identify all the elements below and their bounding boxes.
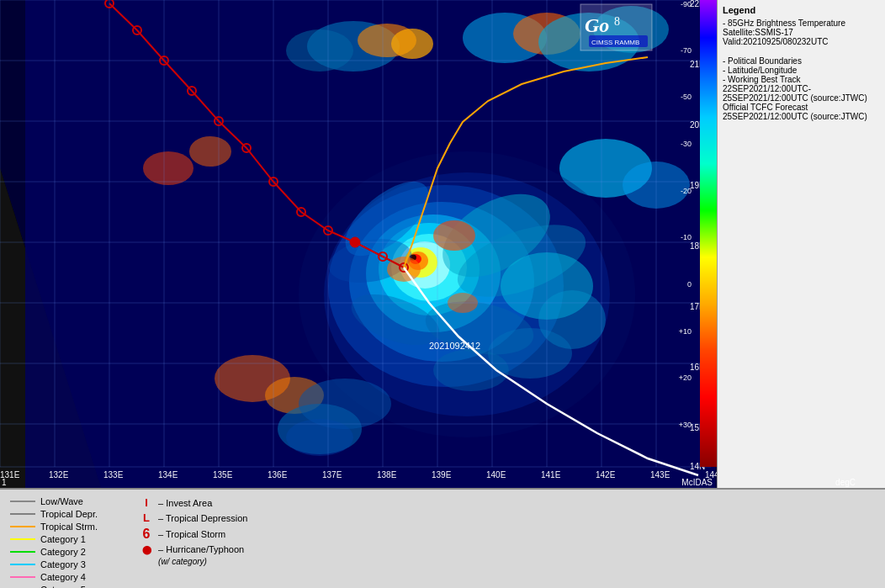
legend-tropical-storm-symbol: 6 – Tropical Storm	[140, 527, 247, 542]
label-30: -30	[681, 140, 692, 148]
track-type-legend: Low/Wave Tropical Depr. Tropical Strm. C…	[10, 496, 98, 588]
tropical-depr-label: Tropical Depr.	[40, 509, 98, 519]
svg-text:141E: 141E	[541, 470, 561, 479]
label-10: -10	[681, 233, 692, 241]
svg-text:2021092412: 2021092412	[429, 341, 480, 351]
cat5-label: Category 5	[40, 585, 86, 588]
cat4-label: Category 4	[40, 572, 86, 582]
label-plus30: +30	[679, 421, 692, 429]
cat3-label: Category 3	[40, 559, 86, 569]
tropical-depression-symbol: L	[140, 511, 153, 524]
svg-text:137E: 137E	[322, 470, 342, 479]
svg-text:CIMSS RAMMB: CIMSS RAMMB	[591, 39, 639, 46]
legend-hurricane-symbol: ⬤ – Hurricane/Typhoon	[140, 544, 247, 554]
map-svg: 131E 132E 133E 134E 135E 136E 137E 138E …	[0, 0, 717, 488]
legend-tropical-depr: Tropical Depr.	[10, 509, 98, 519]
tropical-strm-line	[10, 526, 35, 527]
legend-line2: Satellite:SSMIS-17	[723, 28, 880, 37]
tropical-depression-label: – Tropical Depression	[158, 513, 247, 523]
legend-tropical-strm: Tropical Strm.	[10, 522, 98, 532]
label-0: 0	[687, 280, 692, 289]
svg-text:134E: 134E	[158, 470, 178, 479]
tropical-strm-label: Tropical Strm.	[40, 522, 98, 532]
cat3-line	[10, 564, 35, 565]
legend-line10: Official TCFC Forecast	[723, 103, 880, 112]
cat2-label: Category 2	[40, 547, 86, 557]
label-90: -90	[681, 0, 692, 8]
hurricane-label: – Hurricane/Typhoon	[158, 544, 244, 554]
svg-text:136E: 136E	[268, 470, 288, 479]
legend-line9: 25SEP2021/12:00UTC (source:JTWC)	[723, 93, 880, 103]
svg-text:Go: Go	[585, 14, 609, 36]
mcidas-label: McIDAS	[681, 478, 713, 487]
svg-text:138E: 138E	[377, 470, 397, 479]
legend-low-wave: Low/Wave	[10, 496, 98, 506]
svg-text:132E: 132E	[49, 470, 69, 479]
legend-line11: 25SEP2021/12:00UTC (source:JTWC)	[723, 112, 880, 121]
hurricane-sub-label: (w/ category)	[158, 557, 207, 566]
legend-cat4: Category 4	[10, 572, 98, 582]
label-plus10: +10	[679, 327, 692, 336]
degc-label: degC	[835, 478, 856, 487]
cat2-line	[10, 551, 35, 553]
svg-point-13	[143, 151, 193, 185]
legend-cat3: Category 3	[10, 559, 98, 569]
symbol-legend: I – Invest Area L – Tropical Depression …	[140, 496, 247, 566]
svg-text:142E: 142E	[596, 470, 616, 479]
legend-cat1: Category 1	[10, 534, 98, 544]
svg-text:8: 8	[614, 15, 620, 28]
legend-invest: I – Invest Area	[140, 496, 247, 509]
row-number: 1	[2, 478, 7, 487]
label-50: -50	[681, 93, 692, 101]
svg-point-14	[189, 136, 231, 167]
legend-line3: Valid:20210925/080232UTC	[723, 37, 880, 46]
svg-text:139E: 139E	[432, 470, 452, 479]
colorbar-labels: -90 -70 -50 -30 -20 -10 0 +10 +20 +30	[675, 0, 717, 467]
legend-line8: 22SEP2021/12:00UTC-	[723, 84, 880, 93]
svg-text:133E: 133E	[103, 470, 124, 479]
legend-line6: - Latitude/Longitude	[723, 66, 880, 75]
invest-label: – Invest Area	[158, 498, 212, 508]
legend-cat5: Category 5	[10, 585, 98, 588]
legend-line1: - 85GHz Brightness Temperature	[723, 19, 880, 28]
legend-hurricane-sub: (w/ category)	[140, 557, 247, 566]
cat1-line	[10, 538, 35, 540]
bottom-legend: Low/Wave Tropical Depr. Tropical Strm. C…	[0, 488, 885, 588]
legend-line7: - Working Best Track	[723, 75, 880, 84]
hurricane-symbol: ⬤	[140, 545, 153, 554]
svg-point-43	[286, 419, 353, 456]
legend-tropical-depression-symbol: L – Tropical Depression	[140, 511, 247, 524]
svg-point-44	[433, 220, 475, 251]
cat1-label: Category 1	[40, 534, 86, 544]
map-container: 131E 132E 133E 134E 135E 136E 137E 138E …	[0, 0, 717, 488]
label-70: -70	[681, 46, 692, 55]
svg-text:135E: 135E	[213, 470, 233, 479]
label-plus20: +20	[679, 373, 692, 382]
low-wave-label: Low/Wave	[40, 496, 83, 506]
legend-panel: Legend - 85GHz Brightness Temperature Sa…	[717, 0, 885, 488]
low-wave-line	[10, 501, 35, 502]
tropical-storm-label: – Tropical Storm	[158, 529, 225, 539]
svg-point-8	[391, 29, 433, 59]
svg-point-102	[350, 237, 360, 247]
tropical-storm-symbol: 6	[140, 527, 153, 542]
legend-title: Legend	[723, 5, 880, 15]
tropical-depr-line	[10, 513, 35, 515]
svg-text:140E: 140E	[486, 470, 506, 479]
cat4-line	[10, 576, 35, 578]
label-20: -20	[681, 187, 692, 195]
invest-symbol: I	[140, 496, 153, 509]
svg-text:143E: 143E	[650, 470, 670, 479]
legend-cat2: Category 2	[10, 547, 98, 557]
legend-line5: - Political Boundaries	[723, 56, 880, 66]
